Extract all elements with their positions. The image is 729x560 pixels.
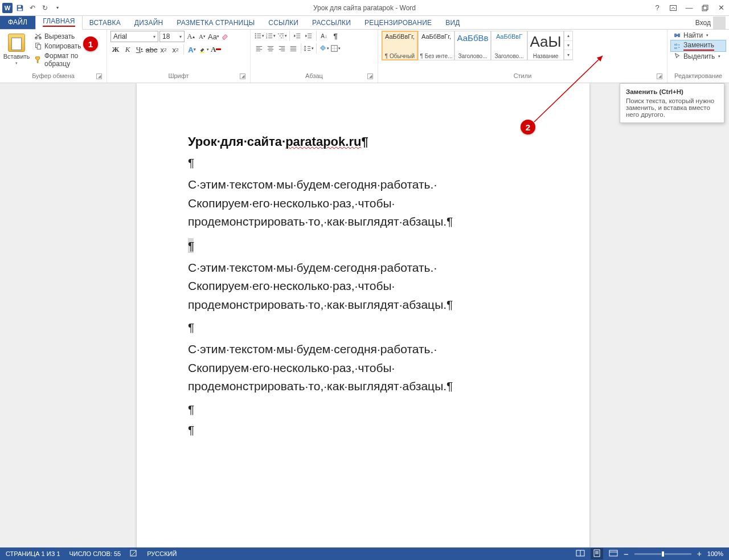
select-button[interactable]: Выделить▾ [671, 52, 726, 61]
paragraph-mark[interactable]: ¶ [188, 321, 538, 334]
status-page[interactable]: СТРАНИЦА 1 ИЗ 1 [6, 550, 60, 557]
avatar-placeholder[interactable] [713, 17, 726, 29]
paragraph-launcher[interactable]: ◢ [367, 73, 373, 79]
paragraph-mark[interactable]: ¶ [188, 403, 538, 416]
styles-scroll-up[interactable]: ▴ [564, 31, 572, 41]
maximize-button[interactable] [697, 2, 713, 14]
tab-review[interactable]: РЕЦЕНЗИРОВАНИЕ [358, 17, 439, 29]
tab-file[interactable]: ФАЙЛ [0, 15, 35, 29]
paragraph-mark-selected[interactable]: ¶ [188, 238, 538, 253]
zoom-slider[interactable] [634, 553, 691, 555]
svg-point-8 [255, 37, 256, 38]
tab-insert[interactable]: ВСТАВКА [83, 17, 128, 29]
document-workspace[interactable]: Урок·для·сайта·paratapok.ru¶ ¶ С·этим·те… [0, 83, 729, 547]
text-effects-button[interactable]: A▾ [187, 44, 197, 55]
replace-button[interactable]: abac Заменить [671, 40, 726, 51]
font-launcher[interactable]: ◢ [240, 73, 245, 79]
align-right-button[interactable] [277, 43, 287, 54]
font-size-combo[interactable]: 18▾ [159, 31, 185, 42]
svg-rect-19 [609, 550, 617, 556]
tab-view[interactable]: ВИД [439, 17, 466, 29]
align-left-button[interactable] [254, 43, 264, 54]
save-button[interactable] [15, 3, 25, 13]
change-case-button[interactable]: Aa▾ [208, 31, 219, 42]
style-tile-4[interactable]: АаЫНазвание [527, 31, 564, 60]
status-words[interactable]: ЧИСЛО СЛОВ: 55 [69, 550, 121, 557]
borders-button[interactable]: ▾ [330, 43, 341, 54]
font-color-button[interactable]: A [211, 44, 221, 55]
underline-button[interactable]: Ч▾ [134, 44, 145, 55]
document-page[interactable]: Урок·для·сайта·paratapok.ru¶ ¶ С·этим·те… [137, 83, 589, 547]
style-tile-3[interactable]: АаБбВвГЗаголово... [491, 31, 527, 60]
zoom-in-button[interactable]: + [697, 549, 702, 558]
bold-button[interactable]: Ж [110, 44, 121, 55]
ribbon-display-button[interactable] [665, 2, 681, 14]
styles-scroll-down[interactable]: ▾ [564, 41, 572, 51]
paste-button[interactable]: Вставить ▾ [3, 31, 30, 68]
svg-text:ac: ac [674, 46, 678, 50]
tab-layout[interactable]: РАЗМЕТКА СТРАНИЦЫ [170, 17, 261, 29]
status-language[interactable]: РУССКИЙ [147, 550, 177, 557]
justify-button[interactable] [288, 43, 298, 54]
subscript-button[interactable]: x2 [158, 44, 169, 55]
help-button[interactable]: ? [649, 2, 665, 14]
paragraph-mark[interactable]: ¶ [188, 423, 538, 437]
document-paragraph[interactable]: С·этим·текстом·мы·будем·сегодня·работать… [188, 340, 538, 396]
bullets-button[interactable]: ▾ [254, 31, 264, 41]
view-print-layout[interactable] [591, 548, 603, 559]
clipboard-launcher[interactable]: ◢ [96, 73, 102, 79]
svg-rect-4 [37, 44, 40, 49]
redo-button[interactable]: ↻ [40, 3, 50, 13]
style-tile-2[interactable]: АаБбВвЗаголово... [454, 31, 491, 60]
document-heading[interactable]: Урок·для·сайта·paratapok.ru¶ [188, 134, 538, 149]
styles-more[interactable]: ▾ [564, 50, 572, 60]
ribbon-tabs: ФАЙЛ ГЛАВНАЯ ВСТАВКА ДИЗАЙН РАЗМЕТКА СТР… [0, 16, 729, 30]
zoom-level[interactable]: 100% [707, 550, 723, 557]
document-paragraph[interactable]: С·этим·текстом·мы·будем·сегодня·работать… [188, 259, 538, 314]
tab-references[interactable]: ССЫЛКИ [261, 17, 305, 29]
shading-button[interactable]: ▾ [319, 43, 329, 54]
decrease-indent-button[interactable] [292, 31, 302, 41]
highlight-button[interactable]: ▾ [199, 44, 209, 55]
tab-design[interactable]: ДИЗАЙН [128, 17, 170, 29]
shrink-font-button[interactable]: A▾ [197, 31, 207, 42]
replace-icon: abac [673, 42, 681, 50]
clear-formatting-button[interactable] [220, 31, 230, 42]
status-proofing-icon[interactable] [130, 549, 138, 558]
view-web-layout[interactable] [609, 549, 618, 558]
find-button[interactable]: Найти▾ [671, 31, 726, 40]
svg-rect-1 [702, 6, 707, 11]
minimize-button[interactable]: — [681, 2, 697, 14]
undo-button[interactable]: ↶ [27, 3, 38, 13]
qa-customize[interactable]: ▾ [52, 3, 63, 13]
svg-rect-0 [670, 5, 677, 10]
tab-home[interactable]: ГЛАВНАЯ [35, 14, 82, 30]
svg-rect-2 [703, 5, 708, 10]
view-read-mode[interactable] [576, 549, 585, 558]
show-marks-button[interactable]: ¶ [330, 31, 341, 41]
sort-button[interactable]: A↓ [319, 31, 329, 41]
superscript-button[interactable]: x2 [170, 44, 181, 55]
ribbon: Вставить ▾ Вырезать Копировать Формат по… [0, 30, 729, 83]
styles-scroll[interactable]: ▴ ▾ ▾ [564, 31, 573, 60]
strikethrough-button[interactable]: abc [146, 44, 157, 55]
align-center-button[interactable] [265, 43, 276, 54]
tab-mailings[interactable]: РАССЫЛКИ [305, 17, 358, 29]
styles-launcher[interactable]: ◢ [657, 73, 662, 79]
style-tile-1[interactable]: АаБбВвГг,¶ Без инте... [418, 31, 454, 60]
format-painter-button[interactable]: Формат по образцу [32, 51, 103, 68]
increase-indent-button[interactable] [304, 31, 314, 41]
italic-button[interactable]: К [122, 44, 133, 55]
grow-font-button[interactable]: A▴ [186, 31, 196, 42]
numbering-button[interactable]: 123▾ [265, 31, 276, 41]
multilevel-list-button[interactable]: ▾ [277, 31, 287, 41]
close-button[interactable]: ✕ [713, 2, 729, 14]
zoom-out-button[interactable]: − [624, 549, 629, 559]
style-tile-0[interactable]: АаБбВвГг,¶ Обычный [382, 31, 418, 60]
line-spacing-button[interactable]: ▾ [304, 43, 314, 54]
sign-in-link[interactable]: Вход [695, 19, 711, 27]
paragraph-mark[interactable]: ¶ [188, 156, 538, 170]
document-paragraph[interactable]: С·этим·текстом·мы·будем·сегодня·работать… [188, 175, 538, 231]
font-name-combo[interactable]: Arial▾ [110, 31, 158, 42]
status-bar: СТРАНИЦА 1 ИЗ 1 ЧИСЛО СЛОВ: 55 РУССКИЙ −… [0, 547, 729, 560]
